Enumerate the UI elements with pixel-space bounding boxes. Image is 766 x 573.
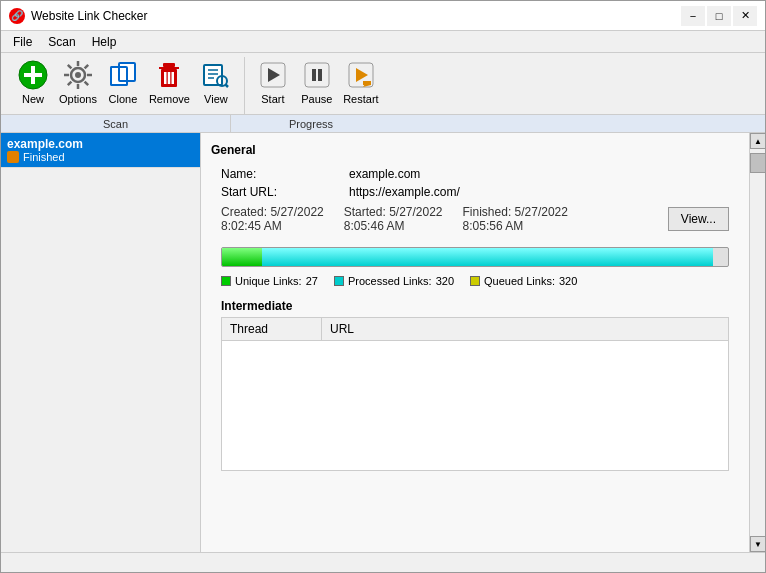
- sidebar: example.com Finished: [1, 133, 201, 552]
- remove-button[interactable]: Remove: [145, 57, 194, 107]
- menu-bar: File Scan Help: [1, 31, 765, 53]
- status-icon: [7, 151, 19, 163]
- started-block: Started: 5/27/2022 8:05:46 AM: [344, 205, 443, 233]
- thread-table: Thread URL: [221, 317, 729, 341]
- queued-links-dot: [470, 276, 480, 286]
- unique-links-label: Unique Links:: [235, 275, 302, 287]
- close-button[interactable]: ✕: [733, 6, 757, 26]
- clone-button[interactable]: Clone: [101, 57, 145, 107]
- toolbar-labels: Scan Progress: [1, 114, 765, 132]
- finished-label: Finished: 5/27/2022: [463, 205, 568, 219]
- progress-group-label: Progress: [231, 115, 391, 132]
- progress-bar-cyan: [262, 248, 712, 266]
- svg-rect-21: [172, 72, 175, 84]
- progress-bar-green: [222, 248, 262, 266]
- toolbar-scan-group: New: [5, 57, 245, 114]
- processed-links-label: Processed Links:: [348, 275, 432, 287]
- remove-icon: [153, 59, 185, 91]
- view-detail-button[interactable]: View...: [668, 207, 729, 231]
- created-time: 8:02:45 AM: [221, 219, 324, 233]
- sidebar-item-name: example.com: [7, 137, 194, 151]
- name-label: Name:: [221, 167, 341, 181]
- restart-icon: [345, 59, 377, 91]
- svg-line-27: [225, 85, 228, 88]
- thread-col-header: Thread: [222, 318, 322, 341]
- title-bar-left: 🔗 Website Link Checker: [9, 8, 148, 24]
- unique-links-value: 27: [306, 275, 318, 287]
- new-button[interactable]: New: [11, 57, 55, 107]
- window-title: Website Link Checker: [31, 9, 148, 23]
- svg-rect-32: [318, 69, 322, 81]
- svg-rect-20: [168, 72, 171, 84]
- main-content: example.com Finished General Name: examp…: [1, 133, 765, 552]
- minimize-button[interactable]: −: [681, 6, 705, 26]
- clone-label: Clone: [109, 93, 138, 105]
- status-bar: [1, 552, 765, 572]
- dates-row: Created: 5/27/2022 8:02:45 AM Started: 5…: [211, 201, 739, 237]
- options-button[interactable]: Options: [55, 57, 101, 107]
- sidebar-item-status-text: Finished: [23, 151, 65, 163]
- processed-links-value: 320: [436, 275, 454, 287]
- svg-rect-17: [159, 67, 179, 69]
- detail-panel: General Name: example.com Start URL: htt…: [201, 133, 749, 552]
- progress-bar: [221, 247, 729, 267]
- start-label: Start: [261, 93, 284, 105]
- maximize-button[interactable]: □: [707, 6, 731, 26]
- created-block: Created: 5/27/2022 8:02:45 AM: [221, 205, 324, 233]
- new-label: New: [22, 93, 44, 105]
- scrollbar-up[interactable]: ▲: [750, 133, 765, 149]
- scan-group-label: Scan: [1, 115, 231, 132]
- toolbar: New: [1, 53, 765, 133]
- clone-icon: [107, 59, 139, 91]
- svg-rect-19: [164, 72, 167, 84]
- toolbar-progress-group: Start Pause: [245, 57, 389, 114]
- pause-button[interactable]: Pause: [295, 57, 339, 107]
- scrollbar-thumb[interactable]: [750, 153, 765, 173]
- restart-label: Restart: [343, 93, 378, 105]
- title-bar: 🔗 Website Link Checker − □ ✕: [1, 1, 765, 31]
- start-url-value: https://example.com/: [349, 185, 460, 199]
- options-icon: [62, 59, 94, 91]
- url-col-header: URL: [322, 318, 729, 341]
- start-url-row: Start URL: https://example.com/: [211, 183, 739, 201]
- options-label: Options: [59, 93, 97, 105]
- queued-links-label: Queued Links:: [484, 275, 555, 287]
- svg-rect-16: [163, 63, 175, 67]
- window-controls: − □ ✕: [681, 6, 757, 26]
- new-icon: [17, 59, 49, 91]
- svg-rect-31: [312, 69, 316, 81]
- view-toolbar-button[interactable]: View: [194, 57, 238, 107]
- app-icon: 🔗: [9, 8, 25, 24]
- finished-block: Finished: 5/27/2022 8:05:56 AM: [463, 205, 568, 233]
- unique-links-stat: Unique Links: 27: [221, 275, 318, 287]
- sidebar-item-status: Finished: [7, 151, 194, 163]
- intermediate-section: Intermediate Thread URL: [221, 299, 729, 471]
- svg-line-11: [85, 65, 89, 69]
- svg-rect-30: [305, 63, 329, 87]
- processed-links-dot: [334, 276, 344, 286]
- scrollbar-down[interactable]: ▼: [750, 536, 765, 552]
- start-button[interactable]: Start: [251, 57, 295, 107]
- scrollbar[interactable]: ▲ ▼: [749, 133, 765, 552]
- processed-links-stat: Processed Links: 320: [334, 275, 454, 287]
- started-time: 8:05:46 AM: [344, 219, 443, 233]
- view-icon: [200, 59, 232, 91]
- sidebar-item-example[interactable]: example.com Finished: [1, 133, 200, 168]
- menu-scan[interactable]: Scan: [40, 33, 83, 51]
- menu-file[interactable]: File: [5, 33, 40, 51]
- restart-button[interactable]: Restart: [339, 57, 383, 107]
- queued-links-value: 320: [559, 275, 577, 287]
- svg-line-12: [68, 82, 72, 86]
- pause-icon: [301, 59, 333, 91]
- progress-stats: Unique Links: 27 Processed Links: 320 Qu…: [211, 271, 739, 291]
- pause-label: Pause: [301, 93, 332, 105]
- remove-label: Remove: [149, 93, 190, 105]
- menu-help[interactable]: Help: [84, 33, 125, 51]
- svg-line-10: [85, 82, 89, 86]
- start-url-label: Start URL:: [221, 185, 341, 199]
- svg-point-4: [75, 72, 81, 78]
- created-label: Created: 5/27/2022: [221, 205, 324, 219]
- started-label: Started: 5/27/2022: [344, 205, 443, 219]
- name-row: Name: example.com: [211, 165, 739, 183]
- svg-rect-22: [204, 65, 222, 85]
